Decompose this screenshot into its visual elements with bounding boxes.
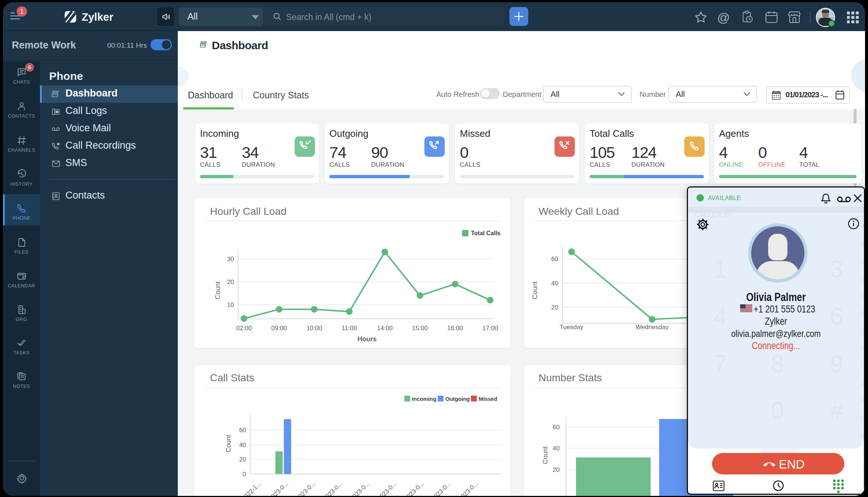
svg-text:30: 30 [227,256,234,263]
svg-text:Count: Count [214,281,221,299]
svg-text:2023-0...: 2023-0... [376,480,398,496]
svg-text:2023-0...: 2023-0... [430,480,452,496]
svg-text:2023-0...: 2023-0... [349,480,371,496]
svg-text:Tuesday: Tuesday [560,324,584,331]
svg-text:2023-0...: 2023-0... [457,480,479,496]
svg-text:Wednesday: Wednesday [635,324,669,331]
svg-text:15:00: 15:00 [412,325,428,332]
svg-text:2023-0...: 2023-0... [267,480,289,496]
svg-text:2023-0...: 2023-0... [403,480,425,496]
svg-text:40: 40 [239,442,246,449]
svg-text:10: 10 [227,301,234,308]
svg-text:20: 20 [553,466,560,473]
svg-text:Count: Count [542,446,549,464]
svg-text:Outgoing: Outgoing [445,396,470,402]
svg-text:40: 40 [551,280,558,287]
svg-text:2023-0...: 2023-0... [294,480,316,496]
svg-text:Count: Count [531,281,539,299]
svg-text:20: 20 [239,456,246,463]
svg-text:Total Calls: Total Calls [471,230,501,236]
svg-text:02:00: 02:00 [236,325,252,332]
svg-text:09:00: 09:00 [271,325,287,332]
svg-text:10:00: 10:00 [306,325,322,332]
svg-text:2023-0...: 2023-0... [322,480,344,496]
svg-text:60: 60 [551,256,558,263]
svg-text:16:00: 16:00 [447,325,463,332]
svg-text:60: 60 [553,424,560,431]
svg-text:Count: Count [225,435,232,453]
svg-text:20: 20 [551,304,558,311]
svg-text:Missed: Missed [479,396,497,402]
svg-text:2022-1...: 2022-1... [240,480,262,496]
svg-text:60: 60 [239,427,246,434]
svg-text:14:00: 14:00 [377,325,393,332]
svg-text:20: 20 [227,278,234,285]
svg-text:Hours: Hours [357,335,377,343]
svg-text:40: 40 [553,445,560,452]
svg-text:17:00: 17:00 [482,325,498,332]
svg-text:0: 0 [243,471,246,478]
svg-text:11:00: 11:00 [342,325,357,332]
svg-text:Incoming: Incoming [412,396,436,402]
